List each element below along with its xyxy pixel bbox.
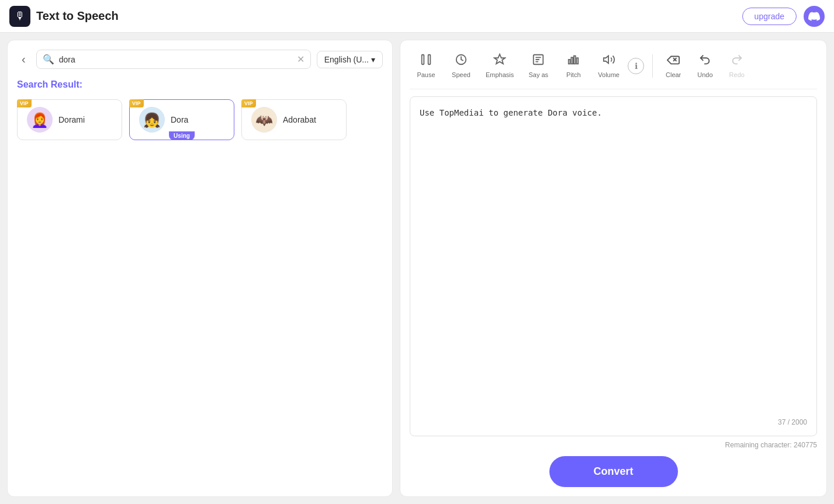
- info-icon: ℹ: [635, 61, 638, 71]
- header-left: 🎙 Text to Speech: [9, 6, 119, 27]
- text-area-wrapper: Use TopMediai to generate Dora voice. 37…: [410, 96, 817, 436]
- avatar-dora: 👧: [139, 107, 165, 133]
- logo-icon: 🎙: [15, 10, 25, 22]
- avatar-dorami: 👩‍🦰: [27, 107, 53, 133]
- convert-button[interactable]: Convert: [549, 456, 678, 487]
- back-button[interactable]: ‹: [17, 50, 30, 68]
- avatar-dorami-img: 👩‍🦰: [27, 107, 53, 133]
- header: 🎙 Text to Speech upgrade: [0, 0, 834, 33]
- voice-card-dora[interactable]: VIP 👧 Dora Using: [129, 99, 234, 140]
- emphasis-label: Emphasis: [486, 71, 514, 78]
- svg-marker-14: [603, 56, 608, 64]
- redo-button[interactable]: Redo: [722, 50, 752, 82]
- redo-icon: [731, 53, 743, 69]
- search-icon: 🔍: [43, 54, 54, 65]
- vip-badge-dora: VIP: [129, 99, 144, 107]
- undo-label: Undo: [697, 71, 712, 78]
- language-selector[interactable]: English (U... ▾: [317, 51, 383, 68]
- svg-text:👧: 👧: [143, 112, 161, 128]
- clear-label: Clear: [666, 71, 681, 78]
- upgrade-button[interactable]: upgrade: [742, 8, 797, 25]
- voice-cards: VIP 👩‍🦰 Dorami VIP 👧: [17, 99, 383, 140]
- pitch-icon: [567, 53, 580, 69]
- voice-name-dorami: Dorami: [58, 115, 85, 124]
- toolbar: Pause Speed Emphasis: [410, 50, 817, 89]
- undo-button[interactable]: Undo: [690, 50, 719, 82]
- pitch-button[interactable]: Pitch: [557, 50, 590, 82]
- language-label: English (U...: [324, 55, 369, 64]
- left-panel: ‹ 🔍 ✕ English (U... ▾ Search Result: VIP…: [7, 40, 393, 497]
- speed-button[interactable]: Speed: [445, 50, 477, 82]
- svg-text:👩‍🦰: 👩‍🦰: [31, 112, 49, 128]
- voice-name-adorabat: Adorabat: [283, 115, 316, 124]
- search-input-wrapper: 🔍 ✕: [36, 50, 311, 69]
- pause-label: Pause: [417, 71, 435, 78]
- toolbar-divider: [652, 54, 653, 78]
- voice-name-dora: Dora: [171, 115, 188, 124]
- remaining-chars: Remaining character: 240775: [410, 441, 817, 449]
- voice-card-adorabat[interactable]: VIP 🦇 Adorabat: [241, 99, 347, 140]
- undo-icon: [698, 53, 711, 69]
- svg-rect-7: [428, 55, 431, 65]
- say-as-button[interactable]: Say as: [522, 50, 555, 82]
- say-as-label: Say as: [528, 71, 548, 78]
- clear-icon: [667, 53, 680, 69]
- svg-rect-10: [569, 60, 570, 64]
- discord-button[interactable]: [804, 6, 825, 27]
- app-title: Text to Speech: [36, 9, 119, 23]
- vip-badge: VIP: [17, 99, 32, 107]
- emphasis-button[interactable]: Emphasis: [480, 50, 520, 82]
- app-logo: 🎙: [9, 6, 30, 27]
- main-content: ‹ 🔍 ✕ English (U... ▾ Search Result: VIP…: [0, 33, 834, 504]
- voice-card-dorami[interactable]: VIP 👩‍🦰 Dorami: [17, 99, 122, 140]
- svg-rect-13: [577, 58, 579, 64]
- svg-rect-6: [422, 55, 424, 65]
- search-input[interactable]: [59, 55, 292, 64]
- avatar-adorabat-img: 🦇: [251, 107, 277, 133]
- volume-icon: [603, 53, 615, 69]
- pause-icon: [420, 53, 432, 69]
- char-count: 37 / 2000: [420, 418, 807, 426]
- text-editor[interactable]: Use TopMediai to generate Dora voice.: [420, 106, 807, 413]
- vip-badge-adorabat: VIP: [241, 99, 256, 107]
- say-as-icon: [532, 53, 545, 69]
- emphasis-icon: [493, 53, 506, 69]
- redo-label: Redo: [729, 71, 745, 78]
- info-button[interactable]: ℹ: [628, 58, 644, 74]
- pause-button[interactable]: Pause: [410, 50, 442, 82]
- discord-icon: [808, 11, 820, 22]
- speed-icon: [455, 53, 468, 69]
- header-right: upgrade: [742, 6, 825, 27]
- volume-button[interactable]: Volume: [592, 50, 625, 82]
- svg-rect-12: [574, 56, 576, 64]
- clear-button[interactable]: Clear: [659, 50, 688, 82]
- pitch-label: Pitch: [566, 71, 580, 78]
- svg-text:🦇: 🦇: [255, 112, 273, 128]
- clear-search-icon[interactable]: ✕: [297, 54, 304, 65]
- right-panel: Pause Speed Emphasis: [400, 40, 827, 497]
- svg-rect-11: [572, 57, 573, 64]
- avatar-adorabat: 🦇: [251, 107, 277, 133]
- volume-label: Volume: [598, 71, 620, 78]
- search-result-label: Search Result:: [17, 79, 383, 90]
- chevron-down-icon: ▾: [371, 55, 375, 64]
- using-badge: Using: [169, 131, 195, 140]
- avatar-dora-img: 👧: [139, 107, 165, 133]
- search-bar: ‹ 🔍 ✕ English (U... ▾: [17, 50, 383, 69]
- speed-label: Speed: [452, 71, 470, 78]
